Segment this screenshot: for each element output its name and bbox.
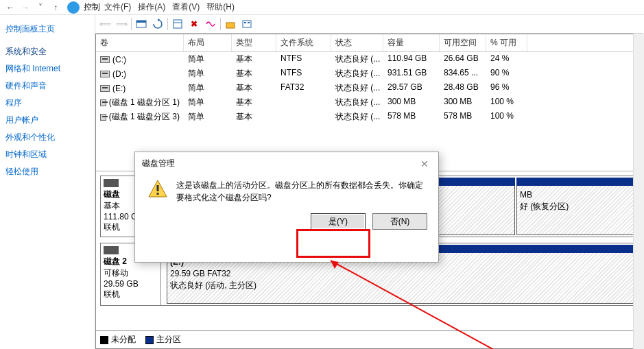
disk2-vol-cap: 29.59 GB FAT32 (170, 268, 634, 280)
cell-name: (D:) (112, 69, 126, 79)
table-row[interactable]: (D:)简单基本NTFS状态良好 (...931.51 GB834.65 ...… (96, 67, 643, 81)
cell-type: 基本 (232, 110, 276, 124)
col-status[interactable]: 状态 (331, 34, 383, 51)
svg-rect-2 (174, 20, 182, 28)
cell-name: (C:) (112, 55, 126, 64)
cell-layout: 简单 (184, 67, 232, 81)
volume-icon (100, 85, 110, 92)
grid-header: 卷 布局 类型 文件系统 状态 容量 可用空间 % 可用 (96, 34, 643, 52)
legend-primary: 主分区 (145, 334, 181, 346)
cell-status: 状态良好 (... (331, 95, 383, 110)
dialog-message: 这是该磁盘上的活动分区。磁盘分区上的所有数据都会丢失。你确定要格式化这个磁盘分区… (176, 179, 427, 204)
cell-free: 578 MB (440, 110, 486, 124)
sidebar-item-home[interactable]: 控制面板主页 (5, 21, 89, 38)
yes-button[interactable]: 是(Y) (311, 213, 366, 230)
sidebar-item-programs[interactable]: 程序 (5, 95, 89, 112)
tb-icon-6[interactable] (224, 17, 237, 31)
location-icon (67, 1, 80, 14)
sidebar: 控制面板主页 系统和安全 网络和 Internet 硬件和声音 程序 用户帐户 … (0, 15, 95, 349)
volume-icon (100, 71, 110, 77)
back-button[interactable]: ← (3, 1, 18, 14)
warning-icon (147, 179, 167, 198)
cell-name: (E:) (112, 84, 126, 93)
disk2-status: 联机 (104, 289, 158, 300)
disk-icon (104, 246, 119, 254)
delete-icon[interactable]: ✖ (187, 17, 201, 31)
sidebar-item-system[interactable]: 系统和安全 (5, 43, 89, 60)
cell-type: 基本 (232, 67, 276, 81)
menu-help[interactable]: 帮助(H) (204, 0, 237, 14)
sidebar-item-hardware[interactable]: 硬件和声音 (5, 77, 89, 95)
cell-fs (276, 95, 331, 110)
scrollbar-vertical[interactable] (633, 34, 644, 349)
cell-free: 28.48 GB (440, 81, 486, 95)
disk2-type: 可移动 (104, 267, 158, 279)
cell-fs: NTFS (276, 67, 331, 81)
menu-file[interactable]: 文件(F) (102, 0, 134, 14)
close-icon[interactable]: ✕ (418, 158, 431, 169)
svg-rect-9 (157, 193, 159, 195)
col-layout[interactable]: 布局 (184, 34, 232, 51)
fwd-icon[interactable]: ⟹ (115, 17, 128, 31)
cell-status: 状态良好 (... (331, 110, 383, 124)
col-pct[interactable]: % 可用 (486, 34, 527, 51)
col-free[interactable]: 可用空间 (440, 34, 486, 51)
menu-action[interactable]: 操作(A) (135, 0, 168, 14)
dialog-title: 磁盘管理 (142, 158, 175, 169)
up-button[interactable]: ˅ (33, 1, 48, 14)
volume-grid: 卷 布局 类型 文件系统 状态 容量 可用空间 % 可用 (C:)简单基本NTF… (96, 34, 643, 171)
volume-icon (100, 56, 110, 63)
cell-free: 26.64 GB (440, 52, 486, 67)
cell-name: (磁盘 1 磁盘分区 3) (109, 111, 180, 123)
col-size[interactable]: 容量 (383, 34, 440, 51)
tb-icon-5[interactable] (204, 17, 217, 31)
cell-size: 110.94 GB (383, 52, 440, 67)
sidebar-item-appearance[interactable]: 外观和个性化 (5, 129, 89, 146)
format-confirm-dialog: 磁盘管理 ✕ 这是该磁盘上的活动分区。磁盘分区上的所有数据都会丢失。你确定要格式… (134, 152, 439, 263)
volume-icon (100, 114, 106, 121)
menu-view[interactable]: 查看(V) (169, 0, 202, 14)
svg-rect-1 (136, 21, 146, 23)
cell-free: 300 MB (440, 95, 486, 110)
table-row[interactable]: (E:)简单基本FAT32状态良好 (...29.57 GB28.48 GB96… (96, 81, 643, 95)
cell-fs (276, 110, 331, 124)
sidebar-item-ease[interactable]: 轻松使用 (5, 163, 89, 180)
cell-pct: 90 % (486, 67, 527, 81)
cell-pct: 100 % (486, 95, 527, 110)
cell-type: 基本 (232, 81, 276, 95)
cell-name: (磁盘 1 磁盘分区 1) (109, 97, 180, 108)
tb-icon-7[interactable] (240, 17, 254, 31)
cell-pct: 24 % (486, 52, 527, 67)
svg-rect-6 (244, 22, 246, 23)
table-row[interactable]: (C:)简单基本NTFS状态良好 (...110.94 GB26.64 GB24… (96, 52, 643, 67)
cell-layout: 简单 (184, 52, 232, 67)
no-button[interactable]: 否(N) (372, 213, 427, 230)
up-dir-button[interactable]: ↑ (48, 1, 63, 14)
sidebar-item-network[interactable]: 网络和 Internet (5, 60, 89, 77)
col-volume[interactable]: 卷 (96, 34, 184, 51)
cell-pct: 100 % (486, 110, 527, 124)
legend: 未分配 主分区 (96, 330, 643, 348)
forward-button[interactable]: → (18, 1, 33, 14)
cell-type: 基本 (232, 52, 276, 67)
disk0-vol-2[interactable]: MB 好 (恢复分区) (516, 178, 637, 235)
svg-rect-7 (248, 22, 250, 23)
refresh-icon[interactable] (151, 17, 165, 31)
menu-bar: 文件(F) 操作(A) 查看(V) 帮助(H) (99, 0, 240, 14)
col-fs[interactable]: 文件系统 (276, 34, 331, 51)
tb-icon-1[interactable] (134, 17, 148, 31)
tb-icon-3[interactable] (171, 17, 184, 31)
cell-status: 状态良好 (... (331, 52, 383, 67)
cell-pct: 96 % (486, 81, 527, 95)
volume-icon (100, 99, 106, 106)
cell-fs: FAT32 (276, 81, 331, 95)
svg-rect-8 (157, 185, 159, 191)
table-row[interactable]: (磁盘 1 磁盘分区 1)简单基本状态良好 (...300 MB300 MB10… (96, 95, 643, 110)
disk2-size: 29.59 GB (104, 279, 158, 289)
col-type[interactable]: 类型 (232, 34, 276, 51)
cell-free: 834.65 ... (440, 67, 486, 81)
sidebar-item-accounts[interactable]: 用户帐户 (5, 112, 89, 129)
sidebar-item-clock[interactable]: 时钟和区域 (5, 146, 89, 163)
table-row[interactable]: (磁盘 1 磁盘分区 3)简单基本状态良好 (...578 MB578 MB10… (96, 110, 643, 124)
back-icon[interactable]: ⟸ (98, 17, 112, 31)
